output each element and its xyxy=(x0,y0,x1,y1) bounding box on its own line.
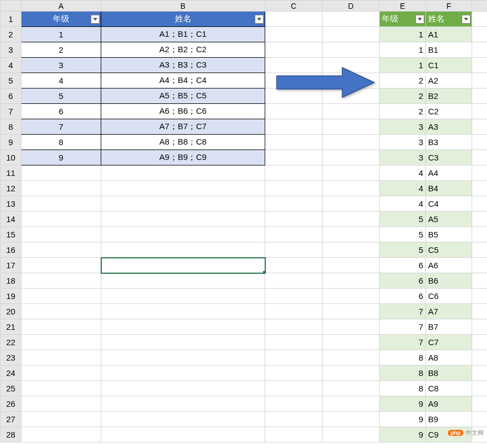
cell-C17[interactable] xyxy=(265,258,322,273)
cell-E6[interactable]: 2 xyxy=(380,89,426,104)
cell-D21[interactable] xyxy=(322,319,380,335)
row-header-16[interactable]: 16 xyxy=(1,242,21,258)
cell-A11[interactable] xyxy=(21,165,101,181)
cell-B10[interactable]: A9；B9；C9 xyxy=(101,150,265,165)
cell-A21[interactable] xyxy=(21,319,101,335)
cell-E13[interactable]: 4 xyxy=(380,196,426,212)
cell-C5[interactable] xyxy=(265,73,322,89)
left-header-grade[interactable]: 年级 xyxy=(21,12,101,27)
cell-B24[interactable] xyxy=(101,366,265,381)
cell-C22[interactable] xyxy=(265,335,322,350)
cell-C28[interactable] xyxy=(265,427,322,443)
cell-A6[interactable]: 5 xyxy=(21,89,101,104)
cell-E19[interactable]: 6 xyxy=(380,289,426,304)
cell-C14[interactable] xyxy=(265,212,322,227)
cell-G10[interactable] xyxy=(472,150,488,165)
cell-F27[interactable]: B9 xyxy=(426,412,472,427)
cell-A8[interactable]: 7 xyxy=(21,119,101,135)
col-header-E[interactable]: E xyxy=(380,1,426,12)
row-header-13[interactable]: 13 xyxy=(1,196,21,212)
row-header-22[interactable]: 22 xyxy=(1,335,21,350)
cell-D16[interactable] xyxy=(322,242,380,258)
filter-name-left[interactable] xyxy=(255,15,264,24)
cell-C20[interactable] xyxy=(265,304,322,319)
row-header-2[interactable]: 2 xyxy=(1,27,21,42)
cell-E22[interactable]: 7 xyxy=(380,335,426,350)
cell-G15[interactable] xyxy=(472,227,488,242)
cell-F23[interactable]: A8 xyxy=(426,350,472,366)
cell-B18[interactable] xyxy=(101,273,265,289)
cell-D23[interactable] xyxy=(322,350,380,366)
cell-F22[interactable]: C7 xyxy=(426,335,472,350)
cell-G23[interactable] xyxy=(472,350,488,366)
cell-G9[interactable] xyxy=(472,135,488,150)
cell-G7[interactable] xyxy=(472,104,488,119)
cell-E9[interactable]: 3 xyxy=(380,135,426,150)
cell-D20[interactable] xyxy=(322,304,380,319)
cell-B6[interactable]: A5；B5；C5 xyxy=(101,89,265,104)
cell-C12[interactable] xyxy=(265,181,322,196)
row-header-17[interactable]: 17 xyxy=(1,258,21,273)
cell-G17[interactable] xyxy=(472,258,488,273)
cell-E21[interactable]: 7 xyxy=(380,319,426,335)
cell-G8[interactable] xyxy=(472,119,488,135)
cell-G11[interactable] xyxy=(472,165,488,181)
cell-C16[interactable] xyxy=(265,242,322,258)
right-header-grade[interactable]: 年级 xyxy=(380,12,426,27)
row-header-24[interactable]: 24 xyxy=(1,366,21,381)
cell-F6[interactable]: B2 xyxy=(426,89,472,104)
cell-C26[interactable] xyxy=(265,396,322,412)
cell-F17[interactable]: A6 xyxy=(426,258,472,273)
cell-B15[interactable] xyxy=(101,227,265,242)
cell-D19[interactable] xyxy=(322,289,380,304)
cell-D15[interactable] xyxy=(322,227,380,242)
col-header-F[interactable]: F xyxy=(426,1,472,12)
cell-E7[interactable]: 2 xyxy=(380,104,426,119)
cell-F19[interactable]: C6 xyxy=(426,289,472,304)
cell-C27[interactable] xyxy=(265,412,322,427)
cell-A4[interactable]: 3 xyxy=(21,58,101,73)
cell-B2[interactable]: A1；B1；C1 xyxy=(101,27,265,42)
cell-G21[interactable] xyxy=(472,319,488,335)
cell-E3[interactable]: 1 xyxy=(380,42,426,58)
cell-D10[interactable] xyxy=(322,150,380,165)
cell-A27[interactable] xyxy=(21,412,101,427)
cell-C8[interactable] xyxy=(265,119,322,135)
cell-B26[interactable] xyxy=(101,396,265,412)
cell-A15[interactable] xyxy=(21,227,101,242)
cell-B20[interactable] xyxy=(101,304,265,319)
cell-E2[interactable]: 1 xyxy=(380,27,426,42)
right-header-name[interactable]: 姓名 xyxy=(426,12,472,27)
row-header-7[interactable]: 7 xyxy=(1,104,21,119)
cell-A9[interactable]: 8 xyxy=(21,135,101,150)
cell-E14[interactable]: 5 xyxy=(380,212,426,227)
cell-B3[interactable]: A2；B2；C2 xyxy=(101,42,265,58)
cell-E23[interactable]: 8 xyxy=(380,350,426,366)
cell-E11[interactable]: 4 xyxy=(380,165,426,181)
row-header-10[interactable]: 10 xyxy=(1,150,21,165)
col-header-A[interactable]: A xyxy=(21,1,101,12)
cell-F11[interactable]: A4 xyxy=(426,165,472,181)
cell-F15[interactable]: B5 xyxy=(426,227,472,242)
cell-A24[interactable] xyxy=(21,366,101,381)
cell-C6[interactable] xyxy=(265,89,322,104)
cell-D7[interactable] xyxy=(322,104,380,119)
cell-B11[interactable] xyxy=(101,165,265,181)
row-header-15[interactable]: 15 xyxy=(1,227,21,242)
cell-G4[interactable] xyxy=(472,58,488,73)
cell-A14[interactable] xyxy=(21,212,101,227)
row-header-6[interactable]: 6 xyxy=(1,89,21,104)
row-header-21[interactable]: 21 xyxy=(1,319,21,335)
cell-C25[interactable] xyxy=(265,381,322,396)
cell-C2[interactable] xyxy=(265,27,322,42)
col-header-D[interactable]: D xyxy=(322,1,380,12)
cell-D4[interactable] xyxy=(322,58,380,73)
row-header-14[interactable]: 14 xyxy=(1,212,21,227)
select-all-corner[interactable] xyxy=(1,1,21,12)
cell-E15[interactable]: 5 xyxy=(380,227,426,242)
cell-G24[interactable] xyxy=(472,366,488,381)
cell-F4[interactable]: C1 xyxy=(426,58,472,73)
cell-B27[interactable] xyxy=(101,412,265,427)
cell-F3[interactable]: B1 xyxy=(426,42,472,58)
row-header-9[interactable]: 9 xyxy=(1,135,21,150)
